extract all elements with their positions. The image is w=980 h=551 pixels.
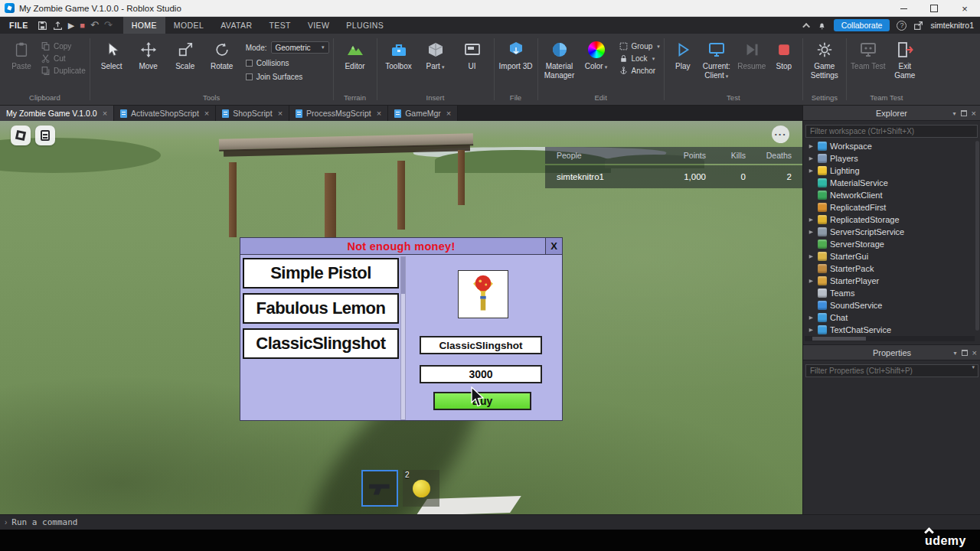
shop-close-button[interactable]: X [545, 238, 562, 254]
close-tab-icon[interactable]: × [103, 109, 107, 118]
explorer-item-textchatservice[interactable]: ▶TextChatService [803, 324, 980, 336]
expand-arrow-icon[interactable]: ▶ [808, 143, 815, 148]
username-label[interactable]: simteknitro1 [930, 21, 974, 30]
color-button[interactable]: Color▾ [579, 37, 614, 71]
join-surfaces-checkbox[interactable] [246, 73, 253, 80]
properties-filter-input[interactable] [805, 364, 978, 377]
join-surfaces-checkbox-row[interactable]: Join Surfaces [246, 73, 329, 81]
float-panel-icon[interactable] [961, 110, 967, 116]
expand-arrow-icon[interactable]: ▶ [808, 217, 815, 222]
anchor-button[interactable]: Anchor [619, 66, 660, 76]
expand-arrow-icon[interactable]: ▶ [808, 168, 815, 173]
document-tab[interactable]: ActivateShopScript× [114, 106, 216, 121]
stop-quick-icon[interactable]: ■ [80, 17, 85, 34]
expand-arrow-icon[interactable]: ▶ [808, 315, 815, 320]
save-icon[interactable] [38, 21, 47, 31]
menu-tab-plugins[interactable]: PLUGINS [338, 17, 392, 34]
terrain-editor-button[interactable]: Editor [338, 37, 373, 71]
collapse-ribbon-icon[interactable] [802, 22, 810, 30]
document-tab[interactable]: My Zombie Game V.1.0.0× [0, 106, 114, 121]
exit-game-button[interactable]: Exit Game [887, 37, 923, 80]
expand-arrow-icon[interactable]: ▶ [808, 155, 815, 161]
explorer-item-serverscriptservice[interactable]: ▶ServerScriptService [803, 226, 980, 238]
roblox-menu-button[interactable] [11, 126, 31, 145]
explorer-item-players[interactable]: ▶Players [803, 152, 980, 165]
menu-tab-test[interactable]: TEST [260, 17, 299, 34]
explorer-item-teams[interactable]: Teams [803, 287, 980, 299]
expand-arrow-icon[interactable]: ▶ [808, 278, 815, 283]
explorer-item-materialservice[interactable]: MaterialService [803, 177, 980, 189]
close-tab-icon[interactable]: × [278, 109, 283, 118]
group-button[interactable]: Group ▾ [619, 41, 660, 51]
explorer-horizontal-scrollbar[interactable] [805, 336, 975, 341]
expand-arrow-icon[interactable]: ▶ [808, 229, 815, 234]
menu-tab-model[interactable]: MODEL [165, 17, 212, 34]
paste-button[interactable]: Paste [4, 37, 39, 71]
explorer-item-serverstorage[interactable]: ServerStorage [803, 238, 980, 250]
material-manager-button[interactable]: Material Manager [542, 37, 577, 80]
help-icon[interactable]: ? [897, 21, 906, 31]
move-tool-button[interactable]: Move [131, 37, 166, 71]
document-tab[interactable]: ShopScript× [216, 106, 289, 121]
shop-item-classicslingshot[interactable]: ClassicSlingshot [243, 328, 399, 359]
hotbar-slot-1[interactable] [361, 470, 398, 507]
collisions-checkbox[interactable] [246, 60, 253, 67]
expand-arrow-icon[interactable]: ▶ [808, 327, 815, 332]
play-quick-icon[interactable]: ▶ [68, 17, 74, 34]
document-tab[interactable]: GameMgr× [388, 106, 458, 121]
shop-item-fabulous-lemon[interactable]: Fabulous Lemon [243, 293, 399, 324]
stop-button[interactable]: Stop [769, 37, 799, 71]
chevron-down-icon[interactable]: ▾ [953, 110, 956, 117]
command-bar[interactable]: › Run a command [0, 514, 980, 530]
scrollbar-thumb[interactable] [401, 257, 405, 294]
explorer-item-starterplayer[interactable]: ▶StarterPlayer [803, 275, 980, 287]
chevron-down-icon[interactable]: ▾ [954, 350, 957, 357]
menu-tab-view[interactable]: VIEW [299, 17, 338, 34]
close-panel-icon[interactable]: × [972, 348, 977, 357]
publish-icon[interactable] [53, 21, 63, 31]
menu-tab-avatar[interactable]: AVATAR [212, 17, 260, 34]
current-client-button[interactable]: Current: Client▾ [699, 37, 734, 80]
mode-dropdown[interactable]: Geometric ▾ [271, 41, 329, 54]
import-3d-button[interactable]: Import 3D [498, 37, 534, 71]
collaborate-button[interactable]: Collaborate [834, 19, 890, 31]
explorer-item-workspace[interactable]: ▶Workspace [803, 140, 980, 152]
duplicate-button[interactable]: Duplicate [41, 66, 86, 76]
rotate-tool-button[interactable]: Rotate [204, 37, 240, 71]
select-tool-button[interactable]: Select [94, 37, 129, 71]
toolbox-button[interactable]: Toolbox [381, 37, 416, 71]
copy-button[interactable]: Copy [41, 41, 86, 51]
redo-icon[interactable]: ↷ [104, 17, 113, 34]
more-options-button[interactable]: ··· [772, 126, 789, 143]
document-tab[interactable]: ProcessMsgScript× [289, 106, 388, 121]
game-viewport[interactable]: ··· PeoplePointsKillsDeaths simteknitro1… [0, 121, 802, 514]
float-panel-icon[interactable] [962, 350, 968, 356]
cut-button[interactable]: Cut [41, 54, 86, 64]
minimize-button[interactable] [888, 0, 919, 17]
explorer-item-networkclient[interactable]: NetworkClient [803, 189, 980, 201]
play-button[interactable]: Play [668, 37, 697, 71]
explorer-item-replicatedfirst[interactable]: ReplicatedFirst [803, 201, 980, 214]
close-tab-icon[interactable]: × [377, 109, 381, 118]
scale-tool-button[interactable]: Scale [168, 37, 203, 71]
close-tab-icon[interactable]: × [446, 109, 451, 118]
explorer-item-replicatedstorage[interactable]: ▶ReplicatedStorage [803, 214, 980, 226]
team-test-button[interactable]: Team Test [851, 37, 886, 71]
explorer-item-lighting[interactable]: ▶Lighting [803, 165, 980, 177]
explorer-filter-input[interactable] [805, 125, 978, 138]
chat-toggle-button[interactable] [35, 126, 55, 145]
expand-arrow-icon[interactable]: ▶ [808, 253, 815, 259]
ui-button[interactable]: UI [455, 37, 490, 71]
explorer-item-starterpack[interactable]: StarterPack [803, 262, 980, 275]
close-button[interactable]: × [949, 0, 980, 17]
close-tab-icon[interactable]: × [204, 109, 209, 118]
file-menu-button[interactable]: FILE [0, 21, 38, 30]
game-settings-button[interactable]: Game Settings [807, 37, 842, 80]
part-button[interactable]: Part▾ [418, 37, 453, 71]
explorer-item-chat[interactable]: ▶Chat [803, 311, 980, 324]
scrollbar-thumb[interactable] [812, 337, 866, 341]
maximize-button[interactable] [919, 0, 949, 17]
share-icon[interactable] [913, 21, 923, 31]
resume-button[interactable]: Resume [736, 37, 768, 71]
explorer-vertical-scrollbar[interactable] [975, 141, 979, 331]
